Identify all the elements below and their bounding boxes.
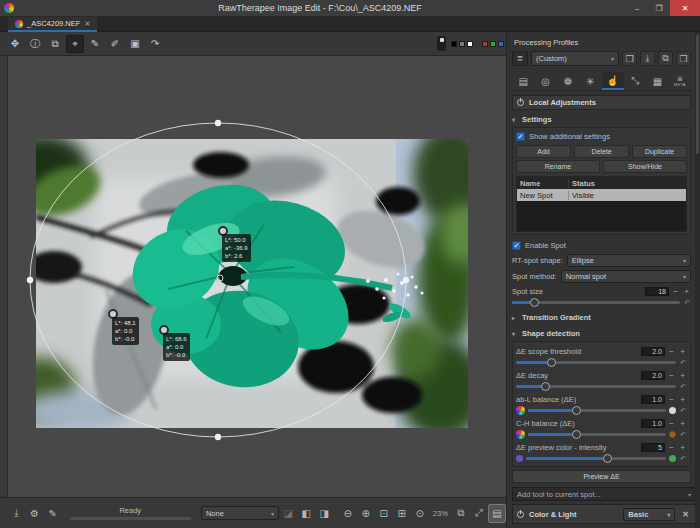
increment-button[interactable]: + [678,395,687,404]
slider-value[interactable]: 1.0 [641,395,665,404]
decrement-button[interactable]: − [667,371,676,380]
external-editor-icon[interactable]: ✎ [44,504,62,523]
tab-raw-icon[interactable]: ▦ [646,72,668,90]
profile-quick-select[interactable]: None ▾ [201,506,279,520]
zoom-100-icon[interactable]: ⊙ [411,504,429,523]
rename-spot-button[interactable]: Rename [516,160,600,173]
save-profile-icon[interactable]: ⤓ [640,51,655,66]
tab-metadata-icon[interactable]: ≣ META [669,72,691,90]
close-tool-icon[interactable]: ✕ [680,510,691,519]
bg-gray-swatch[interactable] [459,41,465,47]
zoom-out-icon[interactable]: ⊖ [339,504,357,523]
spot-edit-tool-icon[interactable]: ⌖ [66,35,84,53]
before-view-icon[interactable]: ◧ [297,504,315,523]
load-profile-icon[interactable]: ❒ [622,51,637,66]
reset-icon[interactable]: ↶ [679,383,687,391]
shape-detection-expander[interactable]: ▾ Shape detection [512,327,691,340]
channel-red-swatch[interactable] [482,41,488,47]
zoom-fit-crop-icon[interactable]: ⊞ [393,504,411,523]
show-additional-settings-row[interactable]: ✓ Show additional settings [516,130,687,143]
name-column-header[interactable]: Name [517,179,569,188]
status-column-header[interactable]: Status [569,179,686,188]
decrement-button[interactable]: − [667,443,676,452]
spot-method-select[interactable]: Normal spot ▾ [561,270,691,283]
spot-shape-select[interactable]: Ellipse ▾ [567,254,691,267]
color-picker-2[interactable]: L*: 48.1a*: 0.0b*: -0.0 [108,309,139,345]
showhide-spot-button[interactable]: Show/Hide [603,160,687,173]
copy-profile-icon[interactable]: ⧉ [658,51,673,66]
tab-local-adjustments-icon[interactable]: ☝ [602,72,624,90]
profile-select[interactable]: (Custom) ▾ [531,51,619,66]
color-picker-tool-icon[interactable]: ✐ [106,35,124,53]
slider-value[interactable]: 2.0 [641,371,665,380]
filmstrip-toggle-icon[interactable]: ▤ [488,504,506,523]
rotate-tool-icon[interactable]: ↷ [146,35,164,53]
reset-icon[interactable]: ↶ [679,431,687,439]
spot-list-empty-area[interactable] [517,201,686,231]
duplicate-spot-button[interactable]: Duplicate [632,145,687,158]
paste-profile-icon[interactable]: ❐ [676,51,691,66]
pan-tool-icon[interactable]: ✥ [6,35,24,53]
bg-white-swatch[interactable] [467,41,473,47]
slider-track[interactable] [516,385,676,388]
info-icon[interactable]: ⓘ [26,35,44,53]
color-picker-3[interactable]: L*: 68.6a*: 0.0b*: -0.0 [159,325,190,361]
slider-value[interactable]: 1.0 [641,419,665,428]
color-picker-1[interactable]: L*: 50.0a*: -36.9b*: 2.6 [218,226,251,262]
checkbox-checked-icon[interactable]: ✓ [516,132,525,141]
copy-profile-icon[interactable]: ⧉ [46,35,64,53]
reset-icon[interactable]: ↶ [679,359,687,367]
detail-window-icon[interactable]: ⧉ [452,504,470,523]
add-tool-select[interactable]: Add tool to current spot... ▾ [512,487,696,501]
zoom-in-icon[interactable]: ⊕ [357,504,375,523]
zoom-fit-icon[interactable]: ⊡ [375,504,393,523]
slider-track[interactable] [528,409,666,412]
increment-button[interactable]: + [682,287,691,296]
tab-color-icon[interactable]: ❁ [557,72,579,90]
increment-button[interactable]: + [678,371,687,380]
tab-advanced-icon[interactable]: ✳ [579,72,601,90]
slider-value[interactable]: 18 [645,287,669,296]
checkbox-checked-icon[interactable]: ✓ [512,241,521,250]
soft-proofing-icon[interactable]: ◪ [279,504,297,523]
slider-value[interactable]: 5 [641,443,665,452]
complexity-select[interactable]: Basic ▾ [623,508,675,521]
decrement-button[interactable]: − [667,395,676,404]
minimize-button[interactable]: – [626,0,648,16]
increment-button[interactable]: + [678,419,687,428]
preview-de-button[interactable]: Preview ΔE [512,470,691,483]
increment-button[interactable]: + [678,443,687,452]
reset-icon[interactable]: ↶ [679,407,687,415]
decrement-button[interactable]: − [667,419,676,428]
tab-close-icon[interactable]: ✕ [84,20,90,28]
color-and-light-header[interactable]: Color & Light Basic ▾ ✕ [512,504,696,524]
add-to-queue-icon[interactable]: ⚙ [26,504,44,523]
channel-blue-swatch[interactable] [498,41,504,47]
panel-scrollbar[interactable] [695,32,700,528]
transition-gradient-expander[interactable]: ▸ Transition Gradient [512,311,691,324]
save-image-icon[interactable]: ⤓ [8,504,26,523]
settings-expander[interactable]: ▾ Settings [512,113,691,126]
decrement-button[interactable]: − [671,287,680,296]
delete-spot-button[interactable]: Delete [574,145,629,158]
after-view-icon[interactable]: ◨ [315,504,333,523]
add-spot-button[interactable]: Add [516,145,571,158]
maximize-button[interactable]: ❐ [648,0,670,16]
increment-button[interactable]: + [678,347,687,356]
bg-black-swatch[interactable] [451,41,457,47]
tab-exposure-icon[interactable]: ▤ [512,72,534,90]
power-icon[interactable] [517,511,524,518]
straighten-tool-icon[interactable]: ✎ [86,35,104,53]
reset-icon[interactable]: ↶ [679,455,687,463]
spot-row-selected[interactable]: New Spot Visible [517,189,686,201]
decrement-button[interactable]: − [667,347,676,356]
tab-detail-icon[interactable]: ◎ [534,72,556,90]
image-tab[interactable]: _ASC4209.NEF ✕ [8,17,97,32]
profile-fill-mode-icon[interactable]: ≣ [512,51,528,66]
slider-track[interactable] [526,457,666,460]
crop-tool-icon[interactable]: ▣ [126,35,144,53]
image-canvas[interactable]: L*: 50.0a*: -36.9b*: 2.6 L*: 48.1a*: 0.0… [8,56,506,497]
enable-spot-row[interactable]: ✓ Enable Spot [512,239,691,252]
channel-green-swatch[interactable] [490,41,496,47]
fullscreen-icon[interactable]: ⤢ [470,504,488,523]
